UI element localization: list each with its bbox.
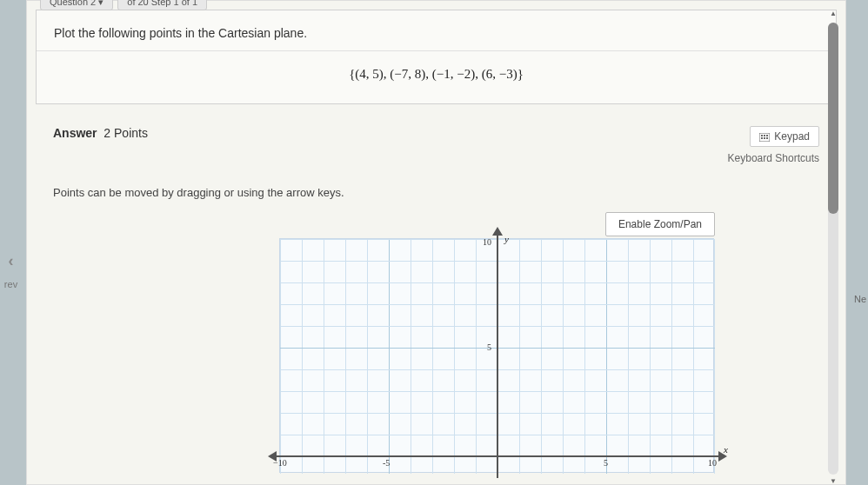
question-box: Plot the following points in the Cartesi… — [36, 10, 837, 104]
keypad-label: Keypad — [774, 130, 810, 143]
answer-header: Answer 2 Points Keypad Keyboard Shortcut… — [36, 113, 837, 173]
scroll-thumb[interactable] — [828, 23, 838, 214]
graph-area: Enable Zoom/Pan — [53, 208, 819, 477]
svg-rect-5 — [764, 137, 765, 139]
question-tab[interactable]: Question 2 ▾ — [40, 0, 113, 10]
tick-y-10: 10 — [483, 237, 491, 247]
prev-label: rev — [0, 279, 22, 289]
hint-text: Points can be moved by dragging or using… — [27, 173, 845, 208]
prev-navigation[interactable]: ‹ rev — [0, 252, 22, 289]
svg-rect-2 — [764, 135, 765, 136]
y-axis-up-arrow-icon — [492, 227, 503, 236]
scrollbar[interactable] — [828, 23, 838, 475]
svg-rect-4 — [761, 137, 763, 139]
tick-x-neg5: -5 — [383, 458, 390, 468]
svg-rect-3 — [766, 135, 768, 136]
points-set: {(4, 5), (−7, 8), (−1, −2), (6, −3)} — [37, 51, 836, 103]
prev-arrow-icon: ‹ — [0, 252, 22, 270]
question-nav-tabs: Question 2 ▾ of 20 Step 1 of 1 — [40, 0, 207, 10]
keypad-controls: Keypad Keyboard Shortcuts — [728, 126, 819, 164]
step-tab: of 20 Step 1 of 1 — [117, 0, 207, 10]
answer-label: Answer 2 Points — [53, 126, 148, 140]
cartesian-plane[interactable]: 10 5 −10 -5 5 10 y x — [279, 238, 714, 473]
keypad-button[interactable]: Keypad — [750, 126, 819, 147]
tick-x-5: 5 — [604, 458, 608, 468]
svg-rect-6 — [766, 137, 768, 139]
instruction-text: Plot the following points in the Cartesi… — [37, 10, 836, 51]
zoom-pan-button[interactable]: Enable Zoom/Pan — [605, 212, 715, 236]
main-content: Question 2 ▾ of 20 Step 1 of 1 Plot the … — [26, 0, 846, 485]
keyboard-shortcuts-link[interactable]: Keyboard Shortcuts — [728, 152, 819, 164]
y-axis — [497, 230, 498, 478]
svg-rect-1 — [761, 135, 763, 136]
y-axis-label: y — [504, 234, 509, 244]
tick-y-5: 5 — [487, 342, 491, 352]
tick-x-neg10: −10 — [273, 458, 287, 468]
tick-x-10: 10 — [708, 458, 717, 468]
x-axis-label: x — [724, 444, 728, 455]
scroll-down-icon[interactable]: ▼ — [828, 477, 838, 485]
next-label: Ne — [854, 294, 866, 304]
keypad-icon — [759, 132, 770, 141]
scroll-up-icon[interactable]: ▲ — [828, 10, 838, 20]
